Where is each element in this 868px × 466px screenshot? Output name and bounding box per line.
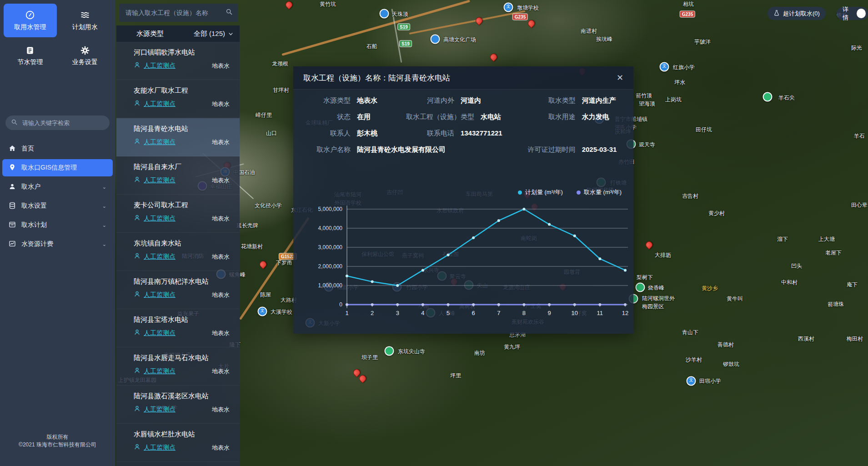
detail-toggle[interactable]: 详情 <box>837 7 868 20</box>
sidebar-item-5[interactable]: 取水计划 ⌄ <box>2 216 113 234</box>
bill-icon <box>9 240 16 249</box>
station-list-item[interactable]: 陆河县南万镇杞洋水电站 人工监测点 地表水 <box>116 271 240 309</box>
station-list-item[interactable]: 水唇镇水栏肚水电站 人工监测点 地表水 <box>116 424 240 462</box>
station-list-item[interactable]: 陆河县激石溪老区水电站 人工监测点 地表水 <box>116 386 240 424</box>
sidebar-item-6[interactable]: 水资源计费 ⌄ <box>2 236 113 253</box>
svg-text:3,000,000: 3,000,000 <box>318 244 343 251</box>
sidebar-item-3[interactable]: 取水户 ⌄ <box>2 178 113 195</box>
station-search-input[interactable] <box>125 9 226 17</box>
modal-header: 取水工程（设施）名称：陆河县青砼水电站 ✕ <box>293 66 633 90</box>
filter-value: 全部 (125) <box>194 30 225 38</box>
station-list-item[interactable]: 陆河县青砼水电站 人工监测点 地表水 <box>116 118 240 156</box>
station-list-item[interactable]: 河口镇唱歌潭水电站 人工监测点 地表水 <box>116 42 240 80</box>
poi-map-pin-icon[interactable]: 文 <box>660 62 669 72</box>
monitor-type-link[interactable]: 人工监测点 <box>144 100 176 108</box>
filter-value-dropdown[interactable]: 全部 (125) <box>194 30 233 38</box>
map-place-label: 大溪学校 <box>271 308 292 316</box>
poi-map-pin-icon[interactable] <box>636 283 645 292</box>
legend-item[interactable]: 计划量 (m³/年) <box>518 188 563 196</box>
monitor-type-link[interactable]: 人工监测点 <box>144 367 176 376</box>
module-tile-4[interactable]: 业务设置 <box>59 39 112 73</box>
toggle-knob-icon[interactable] <box>857 9 866 18</box>
over-plan-alarm-button[interactable]: 超计划取水(0) <box>768 7 826 20</box>
red-map-pin-icon[interactable] <box>489 52 498 62</box>
module-tile-1[interactable]: 取用水管理 <box>4 4 57 37</box>
monitor-type-link[interactable]: 人工监测点 <box>144 406 176 414</box>
sidebar-item-4[interactable]: 取水设置 ⌄ <box>2 197 113 215</box>
station-name: 河口镇唱歌潭水电站 <box>134 48 230 57</box>
sidebar-item-1[interactable]: 首页 <box>2 140 113 157</box>
module-tile-3[interactable]: 节水管理 <box>4 39 57 73</box>
module-label: 取用水管理 <box>14 23 46 31</box>
search-icon[interactable] <box>226 8 233 17</box>
person-icon <box>134 405 140 414</box>
map-place-label: 南坊 <box>474 349 485 357</box>
field-取水用途: 取水用途 水力发电 <box>527 113 625 121</box>
red-map-pin-icon[interactable] <box>527 19 536 28</box>
keyword-search-input[interactable] <box>21 119 104 127</box>
svg-text:12: 12 <box>622 310 628 316</box>
doc-icon <box>25 46 35 55</box>
keyword-search-box[interactable] <box>5 115 110 130</box>
station-name: 水唇镇水栏肚水电站 <box>134 430 230 439</box>
person-icon <box>134 61 140 70</box>
legend-item[interactable]: 取水量 (m³/年) <box>577 188 622 196</box>
red-map-pin-icon[interactable] <box>474 16 484 25</box>
sidebar-item-label: 取水设置 <box>21 202 97 210</box>
map-place-label: 甘坪村 <box>273 86 289 94</box>
field-label: 许可证过期时间 <box>527 145 576 154</box>
station-list-item[interactable]: 麦卡公司取水工程 人工监测点 地表水 <box>116 195 240 233</box>
water-type-label: 地表水 <box>212 291 230 299</box>
monitor-type-link[interactable]: 人工监测点 <box>144 329 176 337</box>
map-place-label: 花塘新村 <box>241 243 263 251</box>
station-list-item[interactable]: 友能水厂取水工程 人工监测点 地表水 <box>116 80 240 118</box>
sidebar-item-label: 取水计划 <box>21 221 97 229</box>
person-icon <box>134 100 140 108</box>
red-map-pin-icon[interactable] <box>258 260 268 269</box>
monitor-type-link[interactable]: 人工监测点 <box>144 291 176 299</box>
field-label: 取水用途 <box>527 113 576 121</box>
map-place-label: 高塘文化广场 <box>443 36 476 44</box>
map-place-label: 文化径小学 <box>255 202 282 210</box>
map-place-label: 芋陂洋 <box>694 38 711 46</box>
station-list-panel: 水源类型 全部 (125) 河口镇唱歌潭水电站 人工监测点 地表水 友能水厂取水… <box>116 25 240 466</box>
road-shield: S19 <box>397 24 410 30</box>
red-map-pin-icon[interactable] <box>284 0 294 10</box>
station-list-item[interactable]: 陆河县自来水厂 人工监测点 地表水 <box>116 156 240 195</box>
station-search-box[interactable] <box>119 4 238 22</box>
module-label: 节水管理 <box>17 58 43 66</box>
poi-map-pin-icon[interactable] <box>431 35 440 44</box>
monitor-type-link[interactable]: 人工监测点 <box>144 253 176 261</box>
map-place-label: 梅田村 <box>847 335 863 343</box>
monitor-type-link[interactable]: 人工监测点 <box>144 215 176 223</box>
monitor-type-link[interactable]: 人工监测点 <box>144 444 176 452</box>
station-name: 东坑镇自来水站 <box>134 239 230 248</box>
water-type-label: 地表水 <box>212 367 230 376</box>
monitor-type-link[interactable]: 人工监测点 <box>144 176 176 185</box>
poi-map-pin-icon[interactable] <box>380 9 389 19</box>
red-map-pin-icon[interactable] <box>644 240 654 250</box>
water-type-label: 地表水 <box>212 100 230 108</box>
station-fields: 水源类型 地表水河道内外 河道内取水类型 河道内生产状态 在用取水工程（设施）类… <box>302 96 625 154</box>
copyright-line1: 版权所有 <box>0 433 115 441</box>
station-list-item[interactable]: 东坑镇自来水站 人工监测点 地表水 <box>116 233 240 271</box>
red-map-pin-icon[interactable] <box>358 374 367 383</box>
station-list-item[interactable]: 陆河县水唇走马石水电站 人工监测点 地表水 <box>116 347 240 386</box>
map-place-label: 田塅小学 <box>699 377 721 385</box>
copyright-line2: ©2021 珠海市仁智科技有限公司 <box>0 441 115 449</box>
field-label: 河道内外 <box>406 96 454 105</box>
poi-map-pin-icon[interactable] <box>763 92 773 102</box>
monitor-type-link[interactable]: 人工监测点 <box>144 138 176 146</box>
sidebar-item-2[interactable]: 取水口GIS信息管理 <box>2 159 113 176</box>
svg-text:1: 1 <box>345 310 348 316</box>
field-label: 水源类型 <box>302 96 351 105</box>
poi-map-pin-icon[interactable]: 文 <box>687 376 696 386</box>
poi-map-pin-icon[interactable]: 文 <box>258 307 267 316</box>
poi-map-pin-icon[interactable] <box>385 346 394 356</box>
module-tile-2[interactable]: 计划用水 <box>59 4 112 37</box>
map-place-label: 箭塘珠 <box>828 301 844 308</box>
close-icon[interactable]: ✕ <box>617 74 623 82</box>
poi-map-pin-icon[interactable]: 文 <box>504 3 513 12</box>
station-list-item[interactable]: 陆河县宝塔水电站 人工监测点 地表水 <box>116 309 240 347</box>
monitor-type-link[interactable]: 人工监测点 <box>144 62 176 70</box>
